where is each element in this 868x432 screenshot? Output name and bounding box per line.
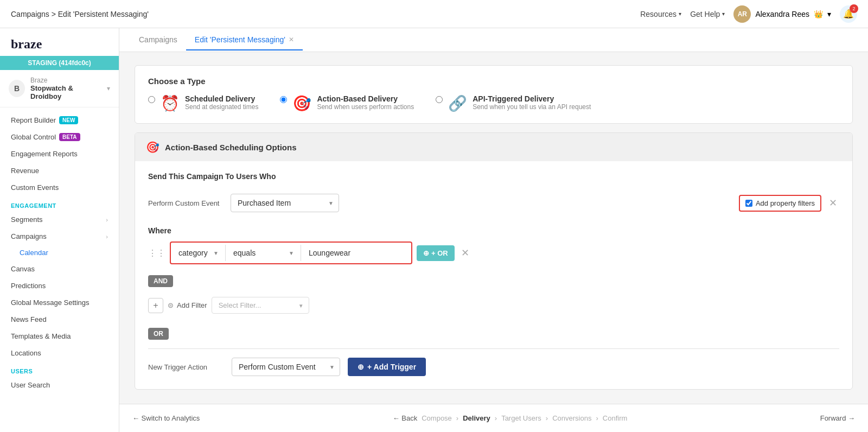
sidebar-item-templates-media[interactable]: Templates & Media (0, 328, 119, 345)
api-radio[interactable] (436, 96, 443, 103)
user-info: AR Alexandra Rees 👑 ▾ (733, 5, 831, 23)
filter-operator-select[interactable]: equals does not equal contains starts wi… (228, 245, 298, 261)
bottom-bar-center: ← Back Compose › Delivery › Target Users… (393, 414, 628, 422)
action-section-body: Send This Campaign To Users Who Perform … (135, 161, 852, 389)
sidebar-item-engagement-reports[interactable]: Engagement Reports (0, 145, 119, 162)
breadcrumb-sep: › (546, 414, 548, 422)
close-icon[interactable]: ✕ (289, 36, 294, 43)
new-trigger-row: New Trigger Action Perform Custom Event … (148, 358, 839, 376)
delivery-option-scheduled[interactable]: ⏰ Scheduled Delivery Send at designated … (148, 94, 258, 112)
arrow-icon: › (106, 217, 108, 223)
where-label: Where (148, 226, 839, 235)
sidebar-item-global-message-settings[interactable]: Global Message Settings (0, 294, 119, 311)
brand-org: Braze (30, 77, 101, 84)
delivery-title: Choose a Type (148, 77, 839, 86)
filter-box: category price brand color equals (170, 242, 412, 264)
tab-campaigns[interactable]: Campaigns (130, 30, 186, 50)
sidebar-item-global-control[interactable]: Global Control BETA (0, 129, 119, 145)
filter-value-input[interactable] (303, 245, 409, 261)
arrow-icon: › (106, 233, 108, 240)
action-based-section: 🎯 Action-Based Scheduling Options Send T… (135, 132, 853, 390)
delivery-options: ⏰ Scheduled Delivery Send at designated … (148, 94, 839, 112)
notification-count: 2 (850, 4, 858, 13)
scheduled-radio[interactable] (148, 96, 155, 103)
avatar: AR (733, 5, 751, 23)
link-icon: 🔗 (448, 94, 467, 112)
sidebar-item-segments[interactable]: Segments › (0, 211, 119, 228)
chevron-down-icon: ▾ (722, 11, 725, 17)
new-trigger-select-wrapper: Perform Custom Event Make Purchase Start… (232, 358, 340, 376)
staging-badge: STAGING (414fdc0c) (0, 56, 119, 70)
send-label: Send This Campaign To Users Who (148, 172, 839, 181)
sidebar: braze STAGING (414fdc0c) B Braze Stopwat… (0, 28, 119, 432)
select-filter-dropdown[interactable]: Select Filter... (212, 297, 309, 314)
drag-handle-icon[interactable]: ⋮⋮ (148, 248, 165, 258)
breadcrumb-sep: › (456, 414, 458, 422)
sidebar-item-campaigns[interactable]: Campaigns › (0, 228, 119, 245)
add-property-checkbox[interactable] (745, 200, 752, 207)
step-compose: Compose (422, 414, 452, 422)
main: Campaigns Edit 'Persistent Messaging' ✕ … (119, 28, 868, 432)
filter-icon: ⊜ (168, 301, 174, 309)
plus-icon: ⊕ (423, 249, 429, 257)
filter-field-select[interactable]: category price brand color (173, 245, 223, 261)
notification-badge[interactable]: 🔔 2 (840, 5, 857, 23)
engagement-section-label: ENGAGEMENT (0, 196, 119, 211)
delivery-type-section: Choose a Type ⏰ Scheduled Delivery Send … (135, 65, 853, 124)
back-button[interactable]: ← Back (393, 414, 418, 422)
event-select[interactable]: Purchased Item Added to Cart Viewed Prod… (231, 194, 339, 212)
sidebar-item-locations[interactable]: Locations (0, 345, 119, 361)
breadcrumb-sep: › (596, 414, 598, 422)
delivery-option-action[interactable]: 🎯 Action-Based Delivery Send when users … (280, 94, 414, 112)
user-name: Alexandra Rees (755, 10, 809, 18)
crown-icon: 👑 (814, 10, 823, 18)
get-help-button[interactable]: Get Help ▾ (690, 10, 725, 18)
sidebar-item-canvas[interactable]: Canvas (0, 261, 119, 277)
new-trigger-section: New Trigger Action Perform Custom Event … (148, 348, 839, 378)
beta-badge: BETA (59, 133, 80, 141)
brand-icon: B (9, 80, 25, 97)
resources-button[interactable]: Resources ▾ (640, 10, 681, 18)
new-trigger-select[interactable]: Perform Custom Event Make Purchase Start… (232, 358, 340, 376)
switch-to-analytics-button[interactable]: ← Switch to Analytics (132, 414, 200, 422)
or-button[interactable]: ⊕ + OR (417, 245, 455, 261)
step-target-users: Target Users (501, 414, 541, 422)
breadcrumb-steps: Compose › Delivery › Target Users › Conv… (422, 414, 627, 422)
add-filter-plus-button[interactable]: + (148, 298, 163, 313)
step-delivery: Delivery (463, 414, 490, 422)
chevron-down-icon: ▾ (679, 11, 681, 17)
sidebar-item-calendar[interactable]: Calendar (0, 245, 119, 261)
new-badge: NEW (59, 116, 78, 124)
sidebar-item-custom-events[interactable]: Custom Events (0, 179, 119, 196)
sidebar-item-report-builder[interactable]: Report Builder NEW (0, 112, 119, 129)
sidebar-brand[interactable]: B Braze Stopwatch & Droidboy ▾ (0, 70, 119, 107)
forward-button[interactable]: Forward → (820, 414, 855, 422)
step-conversions: Conversions (552, 414, 591, 422)
chevron-down-icon: ▾ (827, 10, 831, 18)
trigger-label: Perform Custom Event (148, 199, 224, 207)
chevron-down-icon[interactable]: ▾ (107, 85, 110, 92)
sidebar-item-user-search[interactable]: User Search (0, 377, 119, 393)
divider (301, 245, 301, 261)
remove-filter-button[interactable]: ✕ (459, 247, 471, 259)
target-icon: 🎯 (292, 94, 311, 112)
sidebar-item-predictions[interactable]: Predictions (0, 277, 119, 294)
add-property-filter[interactable]: Add property filters (739, 195, 821, 212)
delivery-option-api[interactable]: 🔗 API-Triggered Delivery Send when you t… (436, 94, 591, 112)
top-bar-right: Resources ▾ Get Help ▾ AR Alexandra Rees… (640, 5, 857, 23)
or-badge: OR (148, 328, 169, 340)
remove-trigger-button[interactable]: ✕ (827, 197, 839, 209)
sidebar-logo: braze (0, 28, 119, 56)
brand-info: Braze Stopwatch & Droidboy (30, 77, 101, 100)
add-property-label: Add property filters (756, 199, 815, 207)
clock-icon: ⏰ (161, 94, 180, 112)
sidebar-item-revenue[interactable]: Revenue (0, 162, 119, 179)
action-radio[interactable] (280, 96, 287, 103)
sidebar-item-news-feed[interactable]: News Feed (0, 311, 119, 328)
users-section-label: USERS (0, 361, 119, 377)
action-section-header: 🎯 Action-Based Scheduling Options (135, 133, 852, 161)
content-area: Choose a Type ⏰ Scheduled Delivery Send … (119, 52, 868, 404)
action-section-title: Action-Based Scheduling Options (165, 143, 297, 152)
add-trigger-button[interactable]: ⊕ + Add Trigger (348, 358, 426, 376)
tab-edit-persistent[interactable]: Edit 'Persistent Messaging' ✕ (186, 30, 303, 50)
